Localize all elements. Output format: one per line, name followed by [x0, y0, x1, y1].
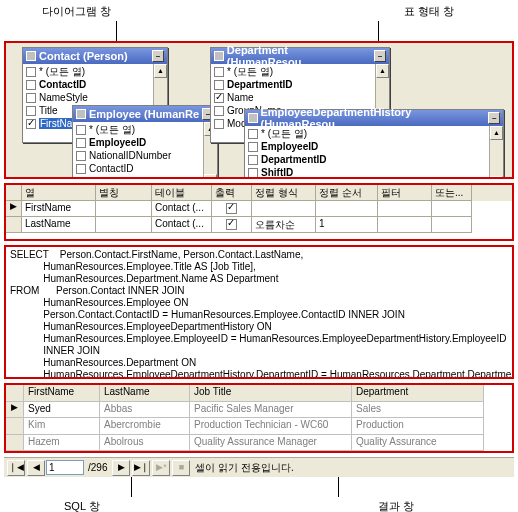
results-pane[interactable]: FirstName LastName Job Title Department …: [4, 383, 514, 453]
col-header[interactable]: 열: [22, 185, 96, 201]
nav-last-button[interactable]: ▶❘: [132, 460, 150, 476]
output-checkbox[interactable]: [226, 219, 237, 230]
checkbox[interactable]: [214, 67, 224, 77]
result-row[interactable]: Hazem Abolrous Quality Assurance Manager…: [6, 435, 512, 452]
col-header[interactable]: Job Title: [190, 385, 352, 402]
checkbox[interactable]: [248, 129, 258, 139]
checkbox[interactable]: [26, 80, 36, 90]
row-selector[interactable]: [6, 418, 24, 435]
collapse-button[interactable]: –: [374, 50, 386, 62]
collapse-button[interactable]: –: [488, 112, 500, 124]
field-label[interactable]: * (모든 열): [227, 65, 273, 79]
field-label[interactable]: Name: [227, 92, 254, 103]
field-label[interactable]: ShiftID: [261, 167, 293, 178]
cell[interactable]: [252, 201, 316, 217]
field-label[interactable]: NationalIDNumber: [89, 150, 171, 161]
cell[interactable]: Contact (...: [152, 201, 212, 217]
checkbox[interactable]: [26, 106, 36, 116]
col-header[interactable]: 또는...: [432, 185, 472, 201]
field-label[interactable]: DepartmentID: [227, 79, 293, 90]
checkbox[interactable]: [76, 177, 86, 180]
row-selector[interactable]: ▶: [6, 201, 22, 217]
field-label[interactable]: * (모든 열): [261, 127, 307, 141]
cell[interactable]: [378, 217, 432, 233]
nav-first-button[interactable]: ❘◀: [7, 460, 25, 476]
result-row[interactable]: Kim Abercrombie Production Technician - …: [6, 418, 512, 435]
titlebar[interactable]: Contact (Person) –: [23, 48, 167, 64]
cell[interactable]: Quality Assurance Manager: [190, 435, 352, 452]
cell[interactable]: [432, 201, 472, 217]
cell[interactable]: Syed: [24, 402, 100, 419]
cell[interactable]: Abolrous: [100, 435, 190, 452]
collapse-button[interactable]: –: [152, 50, 164, 62]
checkbox[interactable]: [214, 119, 224, 129]
cell[interactable]: [316, 201, 378, 217]
checkbox[interactable]: [214, 80, 224, 90]
titlebar[interactable]: Employee (HumanRe –: [73, 106, 217, 122]
nav-prev-button[interactable]: ◀: [27, 460, 45, 476]
field-label[interactable]: Title: [39, 105, 58, 116]
cell[interactable]: Kim: [24, 418, 100, 435]
checkbox[interactable]: [26, 93, 36, 103]
titlebar[interactable]: Department (HumanResou... –: [211, 48, 389, 64]
cell[interactable]: Hazem: [24, 435, 100, 452]
result-row[interactable]: ▶ Syed Abbas Pacific Sales Manager Sales: [6, 402, 512, 419]
cell[interactable]: FirstName: [22, 201, 96, 217]
cell[interactable]: Abercrombie: [100, 418, 190, 435]
row-selector[interactable]: [6, 217, 22, 233]
checkbox[interactable]: [248, 142, 258, 152]
cell[interactable]: Contact (...: [152, 217, 212, 233]
nav-stop-button[interactable]: ■: [172, 460, 190, 476]
col-header[interactable]: 출력: [212, 185, 252, 201]
scroll-up-button[interactable]: ▲: [154, 64, 167, 78]
cell[interactable]: [96, 201, 152, 217]
field-label[interactable]: LoginID: [89, 176, 123, 179]
sql-pane[interactable]: SELECT Person.Contact.FirstName, Person.…: [4, 245, 514, 379]
col-header[interactable]: Department: [352, 385, 484, 402]
table-window-empdepthistory[interactable]: EmployeeDepartmentHistory (HumanResou...…: [244, 109, 504, 179]
cell[interactable]: Abbas: [100, 402, 190, 419]
field-label[interactable]: EmployeeID: [261, 141, 318, 152]
field-label[interactable]: NameStyle: [39, 92, 88, 103]
nav-record-input[interactable]: [46, 460, 84, 475]
field-label[interactable]: ContactID: [39, 79, 86, 90]
criteria-grid-pane[interactable]: 열 별칭 테이블 출력 정렬 형식 정렬 순서 필터 또는... ▶ First…: [4, 183, 514, 241]
cell[interactable]: Production Technician - WC60: [190, 418, 352, 435]
cell[interactable]: [432, 217, 472, 233]
nav-new-button[interactable]: ▶*: [152, 460, 170, 476]
checkbox[interactable]: [76, 151, 86, 161]
scroll-down-button[interactable]: ▼: [490, 176, 503, 179]
scroll-up-button[interactable]: ▲: [376, 64, 389, 78]
col-header[interactable]: FirstName: [24, 385, 100, 402]
col-header[interactable]: LastName: [100, 385, 190, 402]
output-checkbox[interactable]: [226, 203, 237, 214]
criteria-row[interactable]: ▶ FirstName Contact (...: [6, 201, 512, 217]
cell[interactable]: 오름차순: [252, 217, 316, 233]
checkbox[interactable]: [76, 125, 86, 135]
titlebar[interactable]: EmployeeDepartmentHistory (HumanResou...…: [245, 110, 503, 126]
checkbox[interactable]: [76, 138, 86, 148]
field-label[interactable]: EmployeeID: [89, 137, 146, 148]
col-header[interactable]: 필터: [378, 185, 432, 201]
col-header[interactable]: 별칭: [96, 185, 152, 201]
cell[interactable]: [96, 217, 152, 233]
scrollbar[interactable]: ▲▼: [489, 126, 503, 179]
cell[interactable]: Sales: [352, 402, 484, 419]
nav-next-button[interactable]: ▶: [112, 460, 130, 476]
checkbox[interactable]: [26, 119, 36, 129]
cell[interactable]: LastName: [22, 217, 96, 233]
col-header[interactable]: 테이블: [152, 185, 212, 201]
checkbox[interactable]: [214, 106, 224, 116]
field-label[interactable]: * (모든 열): [39, 65, 85, 79]
table-window-employee[interactable]: Employee (HumanRe – * (모든 열) EmployeeID …: [72, 105, 218, 179]
row-selector[interactable]: [6, 435, 24, 452]
checkbox[interactable]: [26, 67, 36, 77]
cell-output[interactable]: [212, 217, 252, 233]
col-header[interactable]: 정렬 형식: [252, 185, 316, 201]
cell[interactable]: Production: [352, 418, 484, 435]
checkbox[interactable]: [76, 164, 86, 174]
row-selector[interactable]: ▶: [6, 402, 24, 419]
checkbox[interactable]: [214, 93, 224, 103]
cell[interactable]: Quality Assurance: [352, 435, 484, 452]
cell[interactable]: Pacific Sales Manager: [190, 402, 352, 419]
